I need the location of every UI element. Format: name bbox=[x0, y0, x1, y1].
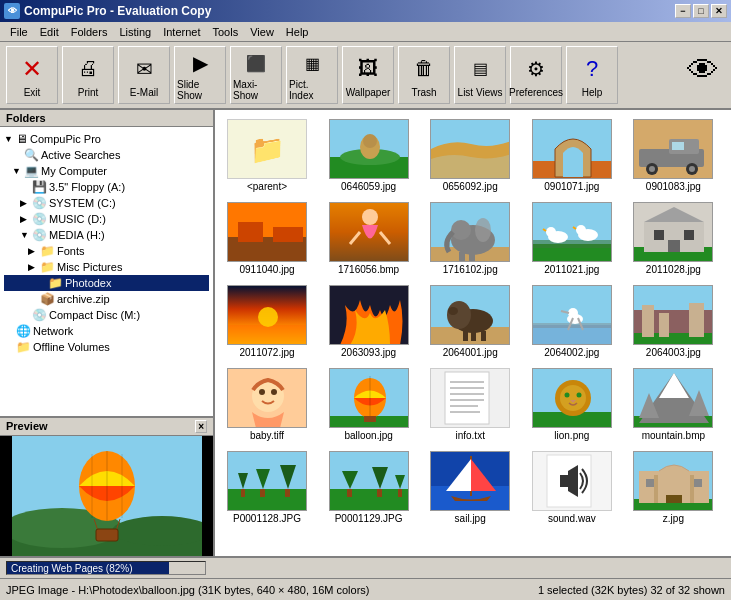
list-item[interactable]: sail.jpg bbox=[422, 446, 518, 529]
file-thumb bbox=[329, 119, 409, 179]
maxishow-label: Maxi-Show bbox=[233, 79, 279, 101]
file-name: 2011028.jpg bbox=[646, 264, 701, 275]
email-button[interactable]: ✉ E-Mail bbox=[118, 46, 170, 104]
file-grid-panel[interactable]: 📁 <parent> 0646059.jpg bbox=[215, 110, 731, 556]
list-item[interactable]: 0901071.jpg bbox=[524, 114, 620, 197]
minimize-button[interactable]: − bbox=[675, 4, 691, 18]
file-thumb bbox=[329, 202, 409, 262]
menu-edit[interactable]: Edit bbox=[34, 24, 65, 40]
svg-point-40 bbox=[475, 218, 491, 242]
tree-item-systemc[interactable]: ▶ 💿 SYSTEM (C:) bbox=[4, 195, 209, 211]
list-item[interactable]: 2011021.jpg bbox=[524, 197, 620, 280]
trash-icon: 🗑 bbox=[408, 53, 440, 85]
list-item[interactable]: 0656092.jpg bbox=[422, 114, 518, 197]
tree-item-offlinevolumes[interactable]: 📁 Offline Volumes bbox=[4, 339, 209, 355]
list-item[interactable]: 2063093.jpg bbox=[321, 280, 417, 363]
list-item[interactable]: 0646059.jpg bbox=[321, 114, 417, 197]
close-button[interactable]: ✕ bbox=[711, 4, 727, 18]
slideshow-button[interactable]: ▶ Slide Show bbox=[174, 46, 226, 104]
menu-internet[interactable]: Internet bbox=[157, 24, 206, 40]
list-item[interactable]: 1716056.bmp bbox=[321, 197, 417, 280]
list-item[interactable]: 1716102.jpg bbox=[422, 197, 518, 280]
menu-help[interactable]: Help bbox=[280, 24, 315, 40]
pictindex-label: Pict. Index bbox=[289, 79, 335, 101]
wallpaper-button[interactable]: 🖼 Wallpaper bbox=[342, 46, 394, 104]
exit-button[interactable]: ✕ Exit bbox=[6, 46, 58, 104]
tree-label: SYSTEM (C:) bbox=[49, 197, 116, 209]
file-thumb bbox=[633, 451, 713, 511]
trash-button[interactable]: 🗑 Trash bbox=[398, 46, 450, 104]
svg-point-33 bbox=[362, 209, 378, 225]
menu-folders[interactable]: Folders bbox=[65, 24, 114, 40]
svg-rect-42 bbox=[469, 252, 475, 262]
svg-rect-91 bbox=[445, 372, 489, 424]
svg-rect-23 bbox=[672, 142, 684, 150]
tree-item-musicd[interactable]: ▶ 💿 MUSIC (D:) bbox=[4, 211, 209, 227]
list-item[interactable]: info.txt bbox=[422, 363, 518, 446]
folders-tree[interactable]: ▼ 🖥 CompuPic Pro 🔍 Active Searches ▼ 💻 M… bbox=[0, 127, 213, 416]
pictindex-button[interactable]: ▦ Pict. Index bbox=[286, 46, 338, 104]
maximize-button[interactable]: □ bbox=[693, 4, 709, 18]
tree-item-mediah[interactable]: ▼ 💿 MEDIA (H:) bbox=[4, 227, 209, 243]
tree-item-photodex[interactable]: 📁 Photodex bbox=[4, 275, 209, 291]
tree-item-mycomputer[interactable]: ▼ 💻 My Computer bbox=[4, 163, 209, 179]
svg-rect-135 bbox=[666, 495, 682, 503]
list-item[interactable]: 2064003.jpg bbox=[625, 280, 721, 363]
status-info-bar: JPEG Image - H:\Photodex\balloon.jpg (31… bbox=[0, 578, 731, 600]
tree-label: Offline Volumes bbox=[33, 341, 110, 353]
list-item[interactable]: 2064002.jpg bbox=[524, 280, 620, 363]
menu-tools[interactable]: Tools bbox=[207, 24, 245, 40]
list-item[interactable]: 2011028.jpg bbox=[625, 197, 721, 280]
preview-close-button[interactable]: × bbox=[195, 420, 207, 433]
svg-rect-121 bbox=[347, 489, 352, 497]
file-thumb bbox=[633, 202, 713, 262]
preferences-label: Preferences bbox=[509, 87, 563, 98]
tree-item-compactdisc[interactable]: 💿 Compact Disc (M:) bbox=[4, 307, 209, 323]
tree-item-compupic[interactable]: ▼ 🖥 CompuPic Pro bbox=[4, 131, 209, 147]
list-item[interactable]: P0001128.JPG bbox=[219, 446, 315, 529]
menu-listing[interactable]: Listing bbox=[113, 24, 157, 40]
tree-item-fonts[interactable]: ▶ 📁 Fonts bbox=[4, 243, 209, 259]
menu-view[interactable]: View bbox=[244, 24, 280, 40]
tree-item-miscpictures[interactable]: ▶ 📁 Misc Pictures bbox=[4, 259, 209, 275]
list-item[interactable]: lion.png bbox=[524, 363, 620, 446]
preferences-button[interactable]: ⚙ Preferences bbox=[510, 46, 562, 104]
list-item[interactable]: mountain.bmp bbox=[625, 363, 721, 446]
app-icon: 👁 bbox=[4, 3, 20, 19]
svg-point-101 bbox=[560, 385, 586, 411]
tree-item-network[interactable]: 🌐 Network bbox=[4, 323, 209, 339]
svg-rect-56 bbox=[668, 240, 680, 252]
list-item[interactable]: 0911040.jpg bbox=[219, 197, 315, 280]
tree-label: 3.5" Floppy (A:) bbox=[49, 181, 125, 193]
slideshow-icon: ▶ bbox=[184, 49, 216, 77]
list-item[interactable]: P0001129.JPG bbox=[321, 446, 417, 529]
file-item-parent[interactable]: 📁 <parent> bbox=[219, 114, 315, 197]
left-panel: Folders ▼ 🖥 CompuPic Pro 🔍 Active Search… bbox=[0, 110, 215, 556]
folders-header: Folders bbox=[0, 110, 213, 127]
file-name: mountain.bmp bbox=[642, 430, 705, 441]
menu-bar: File Edit Folders Listing Internet Tools… bbox=[0, 22, 731, 42]
list-item[interactable]: 2064001.jpg bbox=[422, 280, 518, 363]
file-name: 2064001.jpg bbox=[443, 347, 498, 358]
list-item[interactable]: sound.wav bbox=[524, 446, 620, 529]
file-name: 1716102.jpg bbox=[443, 264, 498, 275]
svg-rect-67 bbox=[471, 331, 476, 341]
file-item-babytiff[interactable]: baby.tiff bbox=[219, 363, 315, 446]
print-button[interactable]: 🖨 Print bbox=[62, 46, 114, 104]
svg-rect-79 bbox=[642, 305, 654, 337]
list-item[interactable]: 2011072.jpg bbox=[219, 280, 315, 363]
tree-item-activesearches[interactable]: 🔍 Active Searches bbox=[4, 147, 209, 163]
help-button[interactable]: ? Help bbox=[566, 46, 618, 104]
file-name: 1716056.bmp bbox=[338, 264, 399, 275]
maxishow-button[interactable]: ⬛ Maxi-Show bbox=[230, 46, 282, 104]
tree-item-archivezip[interactable]: 📦 archive.zip bbox=[4, 291, 209, 307]
list-item[interactable]: 0901083.jpg bbox=[625, 114, 721, 197]
list-item[interactable]: z.jpg bbox=[625, 446, 721, 529]
listviews-button[interactable]: ▤ List Views bbox=[454, 46, 506, 104]
tree-item-floppy[interactable]: 💾 3.5" Floppy (A:) bbox=[4, 179, 209, 195]
window-title: CompuPic Pro - Evaluation Copy bbox=[24, 4, 211, 18]
list-item[interactable]: balloon.jpg bbox=[321, 363, 417, 446]
svg-rect-58 bbox=[228, 325, 306, 345]
menu-file[interactable]: File bbox=[4, 24, 34, 40]
svg-rect-31 bbox=[273, 227, 303, 242]
